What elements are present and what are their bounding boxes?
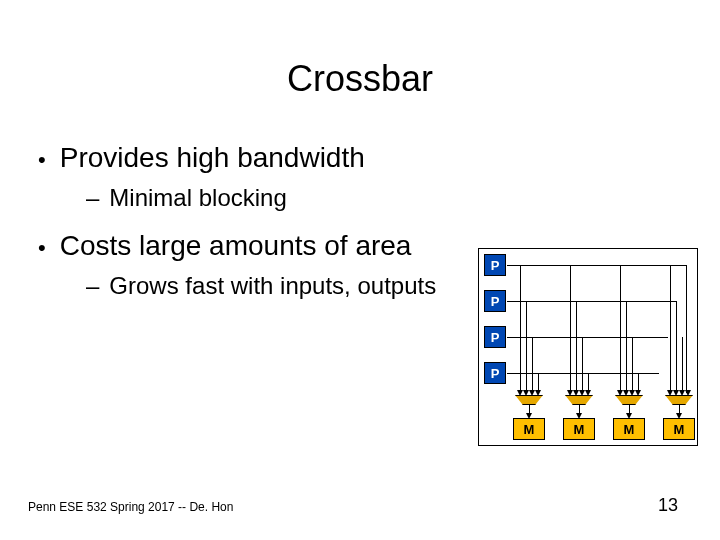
wire bbox=[570, 265, 571, 393]
bullet-text: Grows fast with inputs, outputs bbox=[109, 272, 436, 300]
wire bbox=[686, 265, 687, 393]
bullet-marker: • bbox=[38, 147, 46, 173]
bullet-marker: – bbox=[86, 272, 99, 300]
bullet-item: – Minimal blocking bbox=[86, 184, 720, 212]
wire bbox=[532, 337, 533, 393]
wire bbox=[670, 265, 671, 393]
bullet-text: Minimal blocking bbox=[109, 184, 286, 212]
wire bbox=[682, 337, 683, 393]
bullet-item: • Provides high bandwidth bbox=[30, 142, 720, 174]
page-number: 13 bbox=[658, 495, 678, 516]
bullet-text: Costs large amounts of area bbox=[60, 230, 412, 262]
processor-box: P bbox=[484, 326, 506, 348]
memory-box: M bbox=[663, 418, 695, 440]
memory-box: M bbox=[613, 418, 645, 440]
wire bbox=[632, 337, 633, 393]
wire bbox=[507, 373, 659, 374]
wire bbox=[626, 301, 627, 393]
wire bbox=[576, 301, 577, 393]
memory-box: M bbox=[513, 418, 545, 440]
wire bbox=[507, 265, 686, 266]
wire bbox=[520, 265, 521, 393]
memory-box: M bbox=[563, 418, 595, 440]
processor-box: P bbox=[484, 362, 506, 384]
wire bbox=[526, 301, 527, 393]
processor-box: P bbox=[484, 254, 506, 276]
bullet-marker: • bbox=[38, 235, 46, 261]
crossbar-diagram: P P P P bbox=[478, 248, 698, 448]
wire bbox=[676, 301, 677, 393]
bullet-marker: – bbox=[86, 184, 99, 212]
footer-text: Penn ESE 532 Spring 2017 -- De. Hon bbox=[28, 500, 233, 514]
wire bbox=[620, 265, 621, 393]
slide-title: Crossbar bbox=[0, 0, 720, 100]
wire bbox=[582, 337, 583, 393]
diagram-frame bbox=[478, 248, 698, 446]
processor-box: P bbox=[484, 290, 506, 312]
bullet-text: Provides high bandwidth bbox=[60, 142, 365, 174]
wire bbox=[507, 301, 677, 302]
